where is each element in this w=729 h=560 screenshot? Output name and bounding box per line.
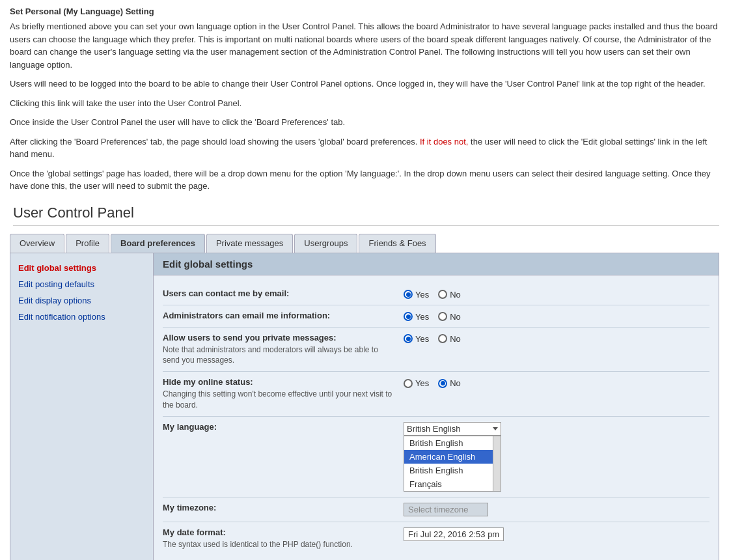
label-email-contact: Users can contact me by email: (163, 288, 404, 298)
highlight-if: If it does not, (420, 137, 468, 147)
intro-para-1: As briefly mentioned above you can set y… (10, 20, 719, 71)
radio-admin-no[interactable]: No (438, 312, 461, 322)
sidebar-item-display-options[interactable]: Edit display options (10, 292, 153, 309)
radio-admin-no-circle (438, 312, 447, 321)
intro-para-3: Clicking this link will take the user in… (10, 97, 719, 110)
radio-email-no-circle (438, 290, 447, 299)
date-format-input[interactable]: Fri Jul 22, 2016 2:53 pm (404, 527, 504, 541)
form-row-email-contact: Users can contact me by email: Yes No (163, 283, 709, 305)
form-row-timezone: My timezone: Select timezone (163, 497, 709, 522)
label-language: My language: (163, 422, 404, 432)
timezone-input[interactable]: Select timezone (404, 503, 488, 516)
sidebar-item-notification-options[interactable]: Edit notification options (10, 309, 153, 325)
tab-profile[interactable]: Profile (66, 234, 109, 253)
radio-pm-no[interactable]: No (438, 334, 461, 344)
form-row-language: My language: British English British Eng… (163, 417, 709, 497)
control-email-contact: Yes No (404, 290, 709, 300)
dropdown-item-british[interactable]: British English (404, 436, 493, 450)
label-online-status: Hide my online status: Changing this set… (163, 377, 404, 411)
tab-overview[interactable]: Overview (10, 234, 64, 253)
intro-para-2: Users will need to be logged into the bo… (10, 77, 719, 91)
label-admin-email: Administrators can email me information: (163, 311, 404, 320)
sidebar-item-posting-defaults[interactable]: Edit posting defaults (10, 276, 153, 292)
control-language: British English British English American… (404, 422, 709, 492)
content-body: Users can contact me by email: Yes No (154, 275, 719, 561)
intro-section: Set Personal (My Language) Setting As br… (10, 7, 719, 193)
radio-online-yes[interactable]: Yes (404, 378, 429, 388)
tab-friends-foes[interactable]: Friends & Foes (359, 234, 435, 253)
tab-private-messages[interactable]: Private messages (206, 234, 293, 253)
label-private-messages: Allow users to send you private messages… (163, 333, 404, 367)
intro-para-6: Once the 'global settings' page has load… (10, 167, 719, 193)
control-online-status: Yes No (404, 378, 709, 388)
tab-board-preferences[interactable]: Board preferences (111, 234, 205, 253)
sidebar-item-global-settings[interactable]: Edit global settings (10, 260, 153, 276)
radio-email-yes[interactable]: Yes (404, 290, 429, 300)
radio-pm-yes[interactable]: Yes (404, 334, 429, 344)
sidebar: Edit global settings Edit posting defaul… (10, 253, 154, 561)
intro-para-4: Once inside the User Control Panel the u… (10, 116, 719, 129)
content-header: Edit global settings (154, 253, 719, 275)
dropdown-arrow-icon (493, 427, 498, 430)
dropdown-scrollbar[interactable] (493, 436, 501, 491)
control-timezone: Select timezone (404, 503, 709, 516)
radio-admin-yes[interactable]: Yes (404, 312, 429, 322)
intro-bold-title: Set Personal (My Language) Setting (10, 7, 719, 16)
radio-email-no[interactable]: No (438, 290, 461, 300)
form-row-private-messages: Allow users to send you private messages… (163, 328, 709, 372)
label-timezone: My timezone: (163, 503, 404, 512)
radio-admin-yes-circle (404, 312, 413, 321)
control-date-format: Fri Jul 22, 2016 2:53 pm (404, 527, 709, 541)
panel-title: User Control Panel (13, 204, 719, 226)
tabs-bar: Overview Profile Board preferences Priva… (10, 234, 719, 253)
form-row-admin-email: Administrators can email me information:… (163, 305, 709, 328)
radio-pm-yes-circle (404, 334, 413, 343)
panel-container: Edit global settings Edit posting defaul… (10, 253, 719, 561)
radio-email-yes-circle (404, 290, 413, 299)
radio-online-no[interactable]: No (438, 378, 461, 388)
radio-online-no-circle (438, 379, 447, 388)
tab-usergroups[interactable]: Usergroups (294, 234, 357, 253)
intro-para-5: After clicking the 'Board Preferences' t… (10, 135, 719, 161)
form-row-date-format: My date format: The syntax used is ident… (163, 522, 709, 555)
language-dropdown[interactable]: British English British English American… (404, 422, 501, 492)
form-row-online-status: Hide my online status: Changing this set… (163, 372, 709, 417)
dropdown-item-british2[interactable]: British English (404, 464, 493, 477)
radio-online-yes-circle (404, 379, 413, 388)
radio-pm-no-circle (438, 334, 447, 343)
control-admin-email: Yes No (404, 312, 709, 322)
label-date-format: My date format: The syntax used is ident… (163, 527, 404, 550)
dropdown-item-american[interactable]: American English (404, 450, 493, 464)
language-dropdown-trigger[interactable]: British English (404, 422, 501, 436)
control-private-messages: Yes No (404, 334, 709, 344)
language-current-value: British English (407, 424, 460, 434)
dropdown-item-francais[interactable]: Français (404, 477, 493, 491)
language-dropdown-menu: British English American English British… (404, 436, 501, 492)
content-area: Edit global settings Users can contact m… (154, 253, 719, 561)
